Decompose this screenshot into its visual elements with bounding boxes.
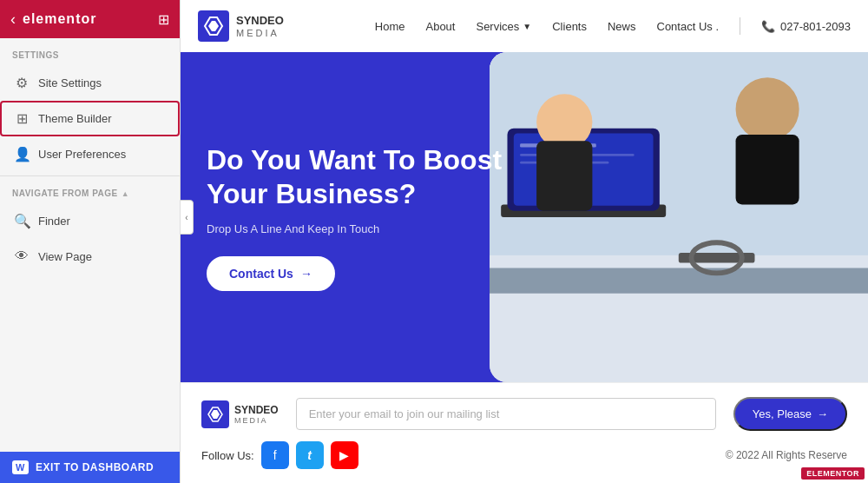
follow-us-label: Follow Us: [201,449,254,462]
elementor-logo: elementor [23,11,96,27]
sidebar-collapse-button[interactable]: ‹ [181,200,194,235]
navigate-section-label: NAVIGATE FROM PAGE ▲ [0,180,180,203]
svg-rect-4 [490,268,868,293]
office-scene-bg [490,52,868,382]
footer-syndeo-logo-svg [206,405,225,424]
syndeo-logo-svg [201,14,226,38]
site-logo: SYNDEO MEDIA [198,10,284,42]
footer-logo-text-block: SYNDEO MEDIA [234,404,279,425]
nav-phone: 📞 027-801-2093 [761,20,851,33]
follow-us-section: Follow Us: f t ▶ [201,441,358,469]
youtube-social-button[interactable]: ▶ [331,441,358,469]
sidebar-item-site-settings[interactable]: ⚙ Site Settings [0,65,180,101]
nav-clients[interactable]: Clients [552,20,587,33]
sidebar-bottom: W EXIT TO DASHBOARD [0,452,180,483]
sidebar-item-theme-builder[interactable]: ⊞ Theme Builder [0,101,180,136]
phone-icon: 📞 [761,20,775,33]
hero-cta-arrow-icon: → [300,267,312,281]
footer-logo-sub: MEDIA [234,416,279,425]
grid-icon[interactable]: ⊞ [158,11,169,28]
exit-dashboard-label: EXIT TO DASHBOARD [36,461,154,473]
view-page-label: View Page [38,250,92,263]
hero-cta-label: Contact Us [229,267,293,281]
footer-section: SYNDEO MEDIA Enter your email to join ou… [181,382,868,483]
svg-rect-12 [537,141,593,210]
office-scene-svg [490,52,868,382]
footer-bottom: Follow Us: f t ▶ © 2022 All Rights Reser… [201,441,847,469]
svg-rect-14 [736,135,799,204]
sidebar-divider [0,175,180,176]
hero-cta-button[interactable]: Contact Us → [207,256,335,291]
twitter-icon: t [307,448,312,462]
sidebar-header-left: ‹ elementor [10,10,96,29]
hero-content: Do You Want To Boost Your Business? Drop… [181,117,545,317]
services-chevron-icon: ▼ [523,22,531,31]
footer-logo-icon [201,400,229,428]
sidebar-item-view-page[interactable]: 👁 View Page [0,239,180,274]
twitter-social-button[interactable]: t [296,441,324,469]
svg-marker-18 [211,410,220,419]
newsletter-submit-button[interactable]: Yes, Please → [733,397,847,431]
svg-point-13 [736,77,799,141]
chevron-left-icon[interactable]: ‹ [10,10,16,29]
view-page-icon: 👁 [14,248,30,264]
hero-subtitle: Drop Us A Line And Keep In Touch [207,222,519,235]
newsletter-submit-arrow-icon: → [817,407,828,420]
finder-label: Finder [38,215,70,228]
nav-contact[interactable]: Contact Us . [657,20,720,33]
theme-builder-icon: ⊞ [14,110,30,127]
nav-services[interactable]: Services ▼ [476,20,531,33]
hero-title: Do You Want To Boost Your Business? [207,143,519,210]
email-input[interactable]: Enter your email to join our mailing lis… [296,398,716,430]
exit-dashboard-button[interactable]: W EXIT TO DASHBOARD [0,452,180,483]
hero-section: Do You Want To Boost Your Business? Drop… [181,52,868,382]
sidebar-item-finder[interactable]: 🔍 Finder [0,203,180,239]
nav-divider [740,17,740,35]
user-preferences-icon: 👤 [14,146,30,162]
website-preview: SYNDEO MEDIA Home About Services ▼ Clien… [181,0,868,483]
sidebar: ‹ elementor ⊞ SETTINGS ⚙ Site Settings ⊞… [0,0,181,483]
footer-logo-name: SYNDEO [234,404,279,416]
svg-marker-1 [208,21,219,31]
site-logo-icon [198,10,229,42]
phone-number: 027-801-2093 [780,20,851,33]
nav-links: Home About Services ▼ Clients News Conta… [375,17,851,35]
settings-gear-icon: ⚙ [14,75,30,91]
hero-image [490,52,868,382]
nav-home[interactable]: Home [375,20,405,33]
facebook-icon: f [273,448,277,462]
user-preferences-label: User Preferences [38,148,126,161]
sidebar-header: ‹ elementor ⊞ [0,0,180,38]
copyright-text: © 2022 All Rights Reserve [726,449,847,461]
footer-top: SYNDEO MEDIA Enter your email to join ou… [201,397,847,431]
site-settings-label: Site Settings [38,76,102,89]
site-logo-text-block: SYNDEO MEDIA [236,14,284,38]
nav-news[interactable]: News [608,20,636,33]
sidebar-item-user-preferences[interactable]: 👤 User Preferences [0,136,180,172]
theme-builder-label: Theme Builder [38,112,112,125]
finder-search-icon: 🔍 [14,213,30,229]
settings-section-label: SETTINGS [0,38,180,65]
nav-about[interactable]: About [425,20,455,33]
wordpress-icon: W [12,460,29,474]
facebook-social-button[interactable]: f [261,441,289,469]
youtube-icon: ▶ [339,448,349,462]
newsletter-submit-label: Yes, Please [753,407,812,420]
site-navigation: SYNDEO MEDIA Home About Services ▼ Clien… [181,0,868,52]
site-logo-sub: MEDIA [236,28,284,38]
main-content: SYNDEO MEDIA Home About Services ▼ Clien… [181,0,868,483]
footer-logo: SYNDEO MEDIA [201,400,279,428]
elementor-badge: ELEMENTOR [801,467,865,480]
site-logo-name: SYNDEO [236,14,284,28]
